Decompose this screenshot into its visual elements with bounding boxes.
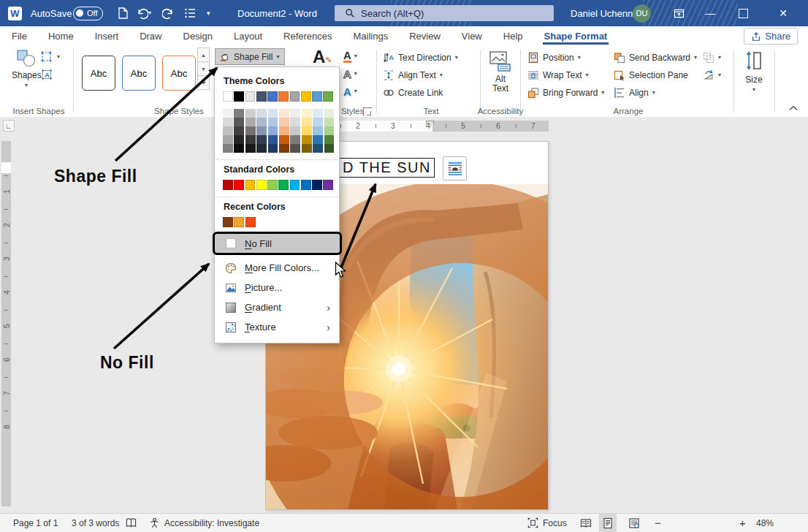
standard-color-swatch[interactable] [301, 180, 311, 190]
print-layout-button[interactable] [599, 514, 617, 532]
theme-variant-swatch[interactable] [268, 118, 278, 126]
theme-variant-swatch[interactable] [279, 144, 289, 153]
tab-review[interactable]: Review [408, 31, 442, 42]
theme-variant-swatch[interactable] [290, 126, 300, 135]
theme-variant-swatch[interactable] [223, 135, 233, 144]
theme-color-swatch[interactable] [234, 91, 244, 102]
theme-variant-swatch[interactable] [256, 118, 267, 126]
tab-selector[interactable]: ∟ [3, 120, 15, 132]
theme-variant-swatch[interactable] [234, 135, 244, 144]
theme-variant-swatch[interactable] [302, 109, 312, 118]
tab-draw[interactable]: Draw [138, 31, 163, 42]
tab-layout[interactable]: Layout [232, 31, 264, 42]
theme-variant-swatch[interactable] [279, 135, 289, 144]
theme-variant-swatch[interactable] [302, 135, 312, 144]
bring-forward-button[interactable]: Bring Forward▾ [527, 85, 604, 101]
menu-item-texture[interactable]: Texture› [223, 317, 333, 337]
position-button[interactable]: Position▾ [527, 50, 581, 66]
theme-color-swatch[interactable] [278, 91, 289, 102]
size-button[interactable]: Size ▾ [739, 50, 769, 93]
standard-color-swatch[interactable] [223, 180, 233, 190]
tab-help[interactable]: Help [502, 31, 525, 42]
layout-options-button[interactable] [443, 156, 467, 180]
theme-variant-swatch[interactable] [245, 109, 256, 118]
share-button[interactable]: Share [744, 28, 798, 45]
wordart-dialog-launcher-icon[interactable] [363, 107, 372, 116]
alt-text-button[interactable]: AltText [484, 51, 517, 94]
theme-color-swatch[interactable] [290, 91, 300, 102]
tab-file[interactable]: File [10, 31, 28, 42]
shape-style-preset-2[interactable]: Abc [122, 56, 156, 91]
standard-color-swatch[interactable] [234, 180, 244, 190]
minimize-button[interactable]: — [698, 0, 723, 26]
theme-color-swatch[interactable] [256, 91, 267, 102]
theme-variant-swatch[interactable] [234, 118, 244, 126]
theme-variant-swatch[interactable] [245, 126, 256, 135]
web-layout-button[interactable] [625, 514, 643, 532]
theme-color-swatch[interactable] [267, 91, 278, 102]
theme-variant-swatch[interactable] [324, 118, 335, 126]
align-button[interactable]: Align▾ [614, 85, 655, 101]
theme-variant-swatch[interactable] [223, 144, 233, 153]
theme-variant-swatch[interactable] [234, 144, 244, 153]
maximize-button[interactable] [731, 0, 755, 26]
menu-item-picture[interactable]: Picture... [223, 278, 333, 297]
theme-variant-swatch[interactable] [223, 118, 233, 126]
theme-variant-swatch[interactable] [324, 109, 335, 118]
redo-icon[interactable] [162, 0, 175, 26]
theme-variant-swatch[interactable] [302, 118, 312, 126]
theme-variant-swatch[interactable] [245, 144, 256, 153]
theme-variant-swatch[interactable] [256, 135, 267, 144]
theme-color-swatch[interactable] [301, 91, 311, 102]
shape-fill-button[interactable]: Shape Fill ▾ [215, 48, 285, 65]
theme-variant-swatch[interactable] [223, 126, 233, 135]
theme-color-swatch[interactable] [312, 91, 322, 102]
undo-icon[interactable]: ▾ [136, 0, 151, 26]
tab-shape-format[interactable]: Shape Format [543, 31, 609, 42]
theme-variant-swatch[interactable] [256, 109, 267, 118]
standard-color-swatch[interactable] [267, 180, 278, 190]
gallery-scroll-up-icon[interactable]: ▲ [197, 48, 210, 62]
tab-references[interactable]: References [282, 31, 333, 42]
zoom-percentage[interactable]: 48% [756, 514, 774, 532]
tab-home[interactable]: Home [47, 31, 75, 42]
accessibility-status[interactable]: Accessibility: Investigate [149, 514, 259, 532]
theme-variant-swatch[interactable] [290, 118, 300, 126]
menu-item-more-fill-colors[interactable]: More Fill Colors... [223, 258, 333, 278]
gallery-more-icon[interactable]: ▼ [197, 75, 210, 90]
text-box-icon[interactable]: A [41, 69, 53, 80]
theme-variant-swatch[interactable] [279, 126, 289, 135]
theme-variant-swatch[interactable] [302, 144, 312, 153]
selection-pane-button[interactable]: Selection Pane [614, 67, 688, 83]
theme-variant-swatch[interactable] [290, 144, 300, 153]
avatar[interactable]: DU [633, 0, 651, 26]
standard-color-swatch[interactable] [312, 180, 322, 190]
theme-variant-swatch[interactable] [313, 144, 323, 153]
standard-color-swatch[interactable] [290, 180, 300, 190]
recent-color-swatch[interactable] [245, 217, 256, 227]
theme-variant-swatch[interactable] [268, 135, 278, 144]
text-effects-button[interactable]: A▾ [343, 83, 357, 99]
theme-variant-swatch[interactable] [313, 135, 323, 144]
theme-color-swatch[interactable] [223, 91, 233, 102]
align-text-button[interactable]: Align Text▾ [383, 67, 443, 83]
close-button[interactable]: ✕ [771, 0, 796, 26]
autosave-toggle[interactable]: Off [73, 0, 103, 26]
text-fill-button[interactable]: A▾ [343, 48, 357, 64]
page-indicator[interactable]: Page 1 of 1 [13, 514, 58, 532]
theme-variant-swatch[interactable] [313, 118, 323, 126]
text-outline-button[interactable]: A▾ [343, 66, 357, 82]
recent-color-swatch[interactable] [223, 217, 233, 227]
send-backward-button[interactable]: Send Backward▾ [614, 50, 697, 66]
zoom-out-button[interactable]: − [655, 514, 661, 532]
ribbon-display-options-icon[interactable] [666, 0, 691, 26]
standard-color-swatch[interactable] [323, 180, 333, 190]
shape-style-preset-3[interactable]: Abc [162, 56, 196, 91]
theme-variant-swatch[interactable] [324, 144, 335, 153]
menu-item-gradient[interactable]: Gradient› [223, 297, 333, 317]
theme-variant-swatch[interactable] [268, 126, 278, 135]
theme-variant-swatch[interactable] [256, 126, 267, 135]
shape-style-preset-1[interactable]: Abc [82, 56, 115, 91]
theme-variant-swatch[interactable] [324, 126, 335, 135]
text-direction-button[interactable]: Text Direction▾ [383, 50, 458, 66]
